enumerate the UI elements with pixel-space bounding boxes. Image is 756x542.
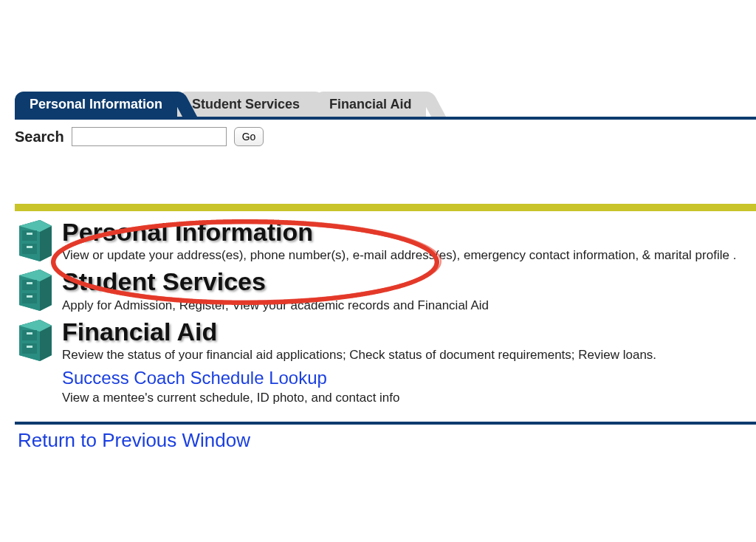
- tab-student-services[interactable]: Student Services: [177, 92, 315, 117]
- file-cabinet-icon: [15, 318, 56, 361]
- file-cabinet-icon: [15, 219, 56, 261]
- svg-rect-26: [27, 346, 32, 348]
- menu-description: Review the status of your financial aid …: [62, 347, 756, 363]
- tab-personal-information[interactable]: Personal Information: [15, 92, 177, 117]
- go-button[interactable]: Go: [234, 127, 264, 146]
- search-input[interactable]: [72, 127, 227, 146]
- tab-label: Personal Information: [30, 97, 162, 112]
- menu-description: Apply for Admission, Register, View your…: [62, 298, 756, 314]
- return-link[interactable]: Return to Previous Window: [15, 425, 756, 452]
- svg-rect-10: [27, 246, 32, 248]
- menu-description: View or update your address(es), phone n…: [62, 247, 756, 264]
- svg-rect-7: [22, 230, 37, 241]
- menu-item-financial-aid[interactable]: Financial Aid Review the status of your …: [15, 315, 756, 365]
- menu-title-link[interactable]: Success Coach Schedule Lookup: [62, 368, 756, 388]
- menu-title: Student Services: [62, 268, 756, 295]
- svg-rect-23: [22, 330, 37, 340]
- menu-title: Financial Aid: [62, 318, 756, 346]
- main-menu: Personal Information View or update your…: [15, 216, 756, 408]
- menu-item-personal-information[interactable]: Personal Information View or update your…: [15, 216, 756, 265]
- svg-rect-25: [27, 332, 32, 335]
- menu-title: Personal Information: [62, 219, 756, 246]
- search-label: Search: [15, 128, 64, 145]
- svg-rect-17: [27, 282, 32, 284]
- tab-underline: [15, 117, 756, 120]
- svg-rect-18: [27, 295, 32, 298]
- svg-rect-9: [27, 233, 32, 235]
- menu-item-student-services[interactable]: Student Services Apply for Admission, Re…: [15, 265, 756, 315]
- file-cabinet-icon: [15, 268, 56, 311]
- tabs-row: Personal Information Student Services Fi…: [15, 89, 756, 117]
- search-row: Search Go: [15, 127, 756, 146]
- gold-divider: [15, 204, 756, 211]
- svg-rect-15: [22, 280, 37, 290]
- menu-description: View a mentee's current schedule, ID pho…: [62, 390, 756, 406]
- tab-label: Student Services: [192, 97, 300, 112]
- menu-item-success-coach[interactable]: Success Coach Schedule Lookup View a men…: [15, 365, 756, 408]
- tab-label: Financial Aid: [329, 97, 411, 112]
- svg-rect-24: [22, 343, 37, 354]
- svg-rect-8: [22, 244, 37, 254]
- svg-rect-16: [22, 293, 37, 303]
